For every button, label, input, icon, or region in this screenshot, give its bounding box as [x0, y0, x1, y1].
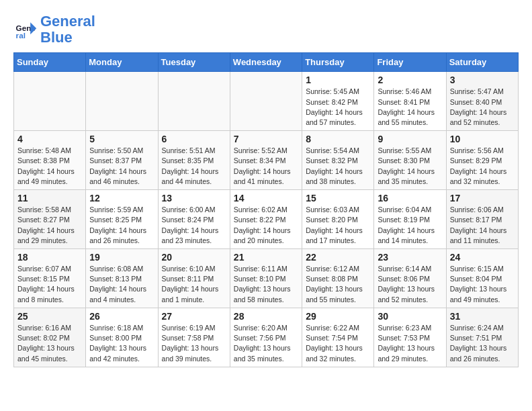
calendar-day: 30Sunrise: 6:23 AMSunset: 7:53 PMDayligh…: [374, 308, 446, 367]
calendar-day: 22Sunrise: 6:12 AMSunset: 8:08 PMDayligh…: [302, 249, 374, 308]
day-info: Sunrise: 6:08 AMSunset: 8:13 PMDaylight:…: [89, 264, 154, 305]
day-number: 26: [89, 311, 154, 322]
day-info: Sunrise: 5:59 AMSunset: 8:25 PMDaylight:…: [89, 205, 154, 246]
calendar-day: 26Sunrise: 6:18 AMSunset: 8:00 PMDayligh…: [86, 308, 158, 367]
calendar-week-1: 1Sunrise: 5:45 AMSunset: 8:42 PMDaylight…: [14, 72, 519, 131]
svg-text:ral: ral: [16, 31, 26, 40]
calendar-day: 16Sunrise: 6:04 AMSunset: 8:19 PMDayligh…: [374, 190, 446, 249]
calendar-day: 28Sunrise: 6:20 AMSunset: 7:56 PMDayligh…: [230, 308, 302, 367]
day-number: 18: [17, 252, 82, 263]
calendar-day: [14, 72, 86, 131]
calendar-day: 24Sunrise: 6:15 AMSunset: 8:04 PMDayligh…: [446, 249, 518, 308]
calendar-day: 6Sunrise: 5:51 AMSunset: 8:35 PMDaylight…: [158, 131, 230, 190]
calendar-day: 3Sunrise: 5:47 AMSunset: 8:40 PMDaylight…: [446, 72, 518, 131]
calendar-day: 13Sunrise: 6:00 AMSunset: 8:24 PMDayligh…: [158, 190, 230, 249]
day-info: Sunrise: 6:06 AMSunset: 8:17 PMDaylight:…: [450, 205, 515, 246]
day-number: 10: [450, 134, 515, 144]
calendar-day: 7Sunrise: 5:52 AMSunset: 8:34 PMDaylight…: [230, 131, 302, 190]
weekday-header-wednesday: Wednesday: [230, 53, 302, 72]
day-number: 4: [17, 134, 82, 144]
calendar-day: 20Sunrise: 6:10 AMSunset: 8:11 PMDayligh…: [158, 249, 230, 308]
calendar-day: 12Sunrise: 5:59 AMSunset: 8:25 PMDayligh…: [86, 190, 158, 249]
day-number: 1: [306, 75, 370, 85]
calendar-day: 27Sunrise: 6:19 AMSunset: 7:58 PMDayligh…: [158, 308, 230, 367]
day-number: 27: [162, 311, 226, 322]
calendar-day: [86, 72, 158, 131]
day-number: 5: [89, 134, 154, 144]
calendar-day: 25Sunrise: 6:16 AMSunset: 8:02 PMDayligh…: [14, 308, 86, 367]
day-info: Sunrise: 6:12 AMSunset: 8:08 PMDaylight:…: [306, 264, 370, 305]
calendar-header: SundayMondayTuesdayWednesdayThursdayFrid…: [14, 53, 519, 72]
calendar-week-3: 11Sunrise: 5:58 AMSunset: 8:27 PMDayligh…: [14, 190, 519, 249]
day-number: 15: [306, 193, 370, 203]
day-number: 23: [378, 252, 442, 263]
day-info: Sunrise: 5:48 AMSunset: 8:38 PMDaylight:…: [17, 146, 82, 187]
day-info: Sunrise: 5:54 AMSunset: 8:32 PMDaylight:…: [306, 146, 370, 187]
calendar-day: 17Sunrise: 6:06 AMSunset: 8:17 PMDayligh…: [446, 190, 518, 249]
day-info: Sunrise: 5:50 AMSunset: 8:37 PMDaylight:…: [89, 146, 154, 187]
day-number: 12: [89, 193, 154, 203]
day-info: Sunrise: 6:22 AMSunset: 7:54 PMDaylight:…: [306, 323, 370, 364]
day-number: 19: [89, 252, 154, 263]
day-info: Sunrise: 6:07 AMSunset: 8:15 PMDaylight:…: [17, 264, 82, 305]
page-header: Gene ral GeneralBlue: [13, 13, 519, 46]
day-info: Sunrise: 6:24 AMSunset: 7:51 PMDaylight:…: [450, 323, 515, 364]
day-number: 20: [162, 252, 226, 263]
day-info: Sunrise: 6:11 AMSunset: 8:10 PMDaylight:…: [234, 264, 298, 305]
day-number: 11: [17, 193, 82, 203]
calendar-table: SundayMondayTuesdayWednesdayThursdayFrid…: [13, 52, 519, 367]
weekday-header-tuesday: Tuesday: [158, 53, 230, 72]
calendar-day: 8Sunrise: 5:54 AMSunset: 8:32 PMDaylight…: [302, 131, 374, 190]
day-number: 16: [378, 193, 442, 203]
calendar-day: 23Sunrise: 6:14 AMSunset: 8:06 PMDayligh…: [374, 249, 446, 308]
day-info: Sunrise: 6:02 AMSunset: 8:22 PMDaylight:…: [234, 205, 298, 246]
calendar-day: 21Sunrise: 6:11 AMSunset: 8:10 PMDayligh…: [230, 249, 302, 308]
day-number: 13: [162, 193, 226, 203]
weekday-header-saturday: Saturday: [446, 53, 518, 72]
day-info: Sunrise: 5:52 AMSunset: 8:34 PMDaylight:…: [234, 146, 298, 187]
logo: Gene ral GeneralBlue: [13, 13, 95, 46]
day-info: Sunrise: 6:20 AMSunset: 7:56 PMDaylight:…: [234, 323, 298, 364]
day-number: 14: [234, 193, 298, 203]
weekday-header-monday: Monday: [86, 53, 158, 72]
day-info: Sunrise: 6:00 AMSunset: 8:24 PMDaylight:…: [162, 205, 226, 246]
calendar-day: 15Sunrise: 6:03 AMSunset: 8:20 PMDayligh…: [302, 190, 374, 249]
day-number: 17: [450, 193, 515, 203]
day-number: 8: [306, 134, 370, 144]
calendar-day: [158, 72, 230, 131]
day-number: 21: [234, 252, 298, 263]
day-number: 24: [450, 252, 515, 263]
logo-text: GeneralBlue: [40, 13, 95, 46]
day-info: Sunrise: 6:16 AMSunset: 8:02 PMDaylight:…: [17, 323, 82, 364]
calendar-day: [230, 72, 302, 131]
day-info: Sunrise: 6:10 AMSunset: 8:11 PMDaylight:…: [162, 264, 226, 305]
weekday-header-thursday: Thursday: [302, 53, 374, 72]
day-info: Sunrise: 6:23 AMSunset: 7:53 PMDaylight:…: [378, 323, 442, 364]
calendar-day: 31Sunrise: 6:24 AMSunset: 7:51 PMDayligh…: [446, 308, 518, 367]
day-info: Sunrise: 5:51 AMSunset: 8:35 PMDaylight:…: [162, 146, 226, 187]
day-info: Sunrise: 6:14 AMSunset: 8:06 PMDaylight:…: [378, 264, 442, 305]
calendar-day: 4Sunrise: 5:48 AMSunset: 8:38 PMDaylight…: [14, 131, 86, 190]
weekday-header-friday: Friday: [374, 53, 446, 72]
calendar-day: 1Sunrise: 5:45 AMSunset: 8:42 PMDaylight…: [302, 72, 374, 131]
calendar-day: 11Sunrise: 5:58 AMSunset: 8:27 PMDayligh…: [14, 190, 86, 249]
calendar-week-5: 25Sunrise: 6:16 AMSunset: 8:02 PMDayligh…: [14, 308, 519, 367]
day-number: 25: [17, 311, 82, 322]
day-info: Sunrise: 6:19 AMSunset: 7:58 PMDaylight:…: [162, 323, 226, 364]
weekday-header-sunday: Sunday: [14, 53, 86, 72]
calendar-day: 2Sunrise: 5:46 AMSunset: 8:41 PMDaylight…: [374, 72, 446, 131]
day-number: 29: [306, 311, 370, 322]
day-info: Sunrise: 6:15 AMSunset: 8:04 PMDaylight:…: [450, 264, 515, 305]
day-number: 28: [234, 311, 298, 322]
day-info: Sunrise: 5:45 AMSunset: 8:42 PMDaylight:…: [306, 87, 370, 128]
calendar-day: 14Sunrise: 6:02 AMSunset: 8:22 PMDayligh…: [230, 190, 302, 249]
day-info: Sunrise: 5:47 AMSunset: 8:40 PMDaylight:…: [450, 87, 515, 128]
day-number: 3: [450, 75, 515, 85]
calendar-day: 18Sunrise: 6:07 AMSunset: 8:15 PMDayligh…: [14, 249, 86, 308]
day-info: Sunrise: 6:18 AMSunset: 8:00 PMDaylight:…: [89, 323, 154, 364]
day-number: 31: [450, 311, 515, 322]
weekday-row: SundayMondayTuesdayWednesdayThursdayFrid…: [14, 53, 519, 72]
day-info: Sunrise: 6:03 AMSunset: 8:20 PMDaylight:…: [306, 205, 370, 246]
day-number: 2: [378, 75, 442, 85]
day-number: 7: [234, 134, 298, 144]
